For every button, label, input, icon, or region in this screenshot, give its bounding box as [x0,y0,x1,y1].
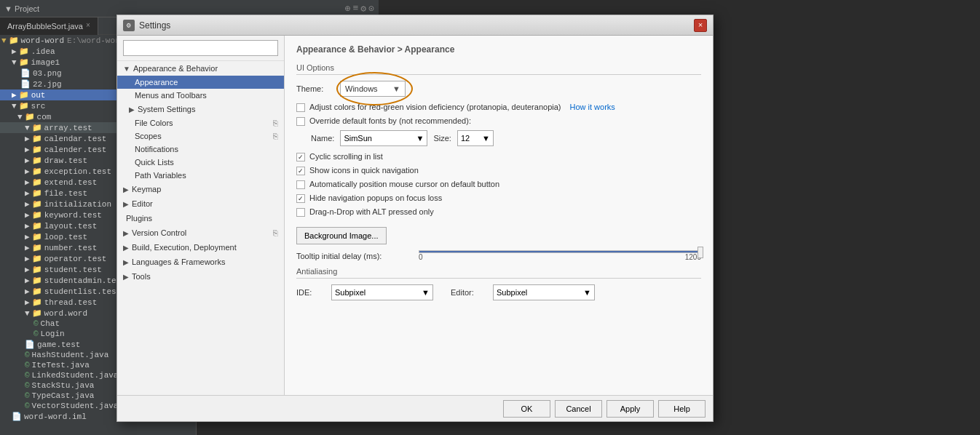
checkbox-dnd[interactable] [296,208,305,217]
editor-label: Editor [132,199,153,208]
sys-arrow: ▶ [129,105,135,113]
font-name-value: SimSun [344,134,372,143]
checkbox-cyclic[interactable] [296,153,305,161]
idea-arrow: ▶ [12,47,17,56]
calder-folder: 📁 [32,145,42,154]
group-build[interactable]: ▶ Build, Execution, Deployment [117,240,284,255]
apply-button[interactable]: Apply [606,400,654,418]
checkbox-row-color-deficiency: Adjust colors for red-green vision defic… [296,103,701,112]
toolbar-icon-add[interactable]: ⊕ [345,3,351,15]
settings-item-file-colors[interactable]: File Colors ⎘ [117,116,284,129]
cancel-button[interactable]: Cancel [555,400,602,418]
settings-item-notifications[interactable]: Notifications [117,143,284,156]
settings-item-appearance[interactable]: Appearance [117,76,284,89]
tab-array-bubblesort[interactable]: ArrayBubbleSort.java × [0,17,98,35]
sl-folder: 📁 [32,287,42,296]
theme-dropdown-arrow: ▼ [392,84,400,93]
font-name-label: Name: [311,134,334,143]
sa-folder: 📁 [32,276,42,285]
draw-label: draw.test [44,156,87,165]
group-plugins[interactable]: Plugins [117,211,284,226]
src-label: src [31,102,46,111]
editor-aa-select[interactable]: Subpixel ▼ [493,284,595,300]
slider-track [419,250,701,253]
toolbar-icon-menu[interactable]: ≡ [353,3,359,15]
ext-arrow: ▶ [25,177,30,187]
settings-search-input[interactable] [123,40,278,56]
slider-thumb[interactable] [698,247,703,258]
antialiasing-row: IDE: Subpixel ▼ Editor: Subpixel ▼ [296,284,701,300]
checkbox-row-cyclic: Cyclic scrolling in list [296,152,701,161]
ok-button[interactable]: OK [503,400,550,418]
file-colors-copy-icon: ⎘ [273,119,278,127]
tab-close-icon[interactable]: × [86,22,90,30]
group-version-control[interactable]: ▶ Version Control ⎘ [117,226,284,240]
loop-label: loop.test [44,233,87,242]
background-image-button[interactable]: Background Image... [296,227,387,244]
settings-item-path-variables[interactable]: Path Variables [117,169,284,182]
dialog-title: Settings [139,20,694,31]
checkbox-mouse-cursor[interactable] [296,180,305,189]
help-button[interactable]: Help [658,400,706,418]
arr-arrow: ▼ [25,124,30,132]
ss-icon: © [25,381,30,390]
cal-arrow: ▶ [25,134,30,143]
group-tools[interactable]: ▶ Tools [117,269,284,284]
editor-arrow: ▶ [123,200,129,208]
settings-item-quick-lists[interactable]: Quick Lists [117,156,284,169]
exc-arrow: ▶ [25,167,30,176]
dialog-close-button[interactable]: × [694,19,707,32]
out-arrow: ▶ [12,90,17,100]
dialog-titlebar: ⚙ Settings × [117,15,713,36]
settings-item-scopes[interactable]: Scopes ⎘ [117,129,284,143]
com-folder: 📁 [25,112,35,121]
exc-label: exception.test [44,167,111,176]
font-name-select[interactable]: SimSun ▼ [340,130,427,146]
group-appearance-behavior[interactable]: ▼ Appearance & Behavior [117,61,284,76]
checkbox-override-fonts[interactable] [296,117,305,126]
group-languages[interactable]: ▶ Languages & Frameworks [117,255,284,269]
item-label: Appearance [135,78,178,87]
antialiasing-section: Antialiasing IDE: Subpixel ▼ Editor: Sub… [296,267,701,300]
how-it-works-link[interactable]: How it works [569,103,615,111]
editor-aa-value: Subpixel [497,288,527,297]
checkbox-color-deficiency[interactable] [296,103,305,112]
antialiasing-label: Antialiasing [296,267,701,279]
item-label: Quick Lists [135,158,174,167]
font-name-arrow: ▼ [416,134,424,143]
tc-label: TypeCast.java [32,391,95,400]
font-size-value: 12 [461,134,470,143]
group-editor[interactable]: ▶ Editor [117,196,284,211]
jpg-icon: 📄 [20,79,31,89]
iml-label: word-word.iml [24,412,87,421]
ite-icon: © [25,361,30,370]
sys-label: System Settings [138,105,195,113]
game-icon: 📄 [25,340,35,349]
settings-content: Appearance & Behavior > Appearance UI Op… [285,36,713,395]
toolbar-icon-expand[interactable]: ⊙ [368,3,374,15]
checkbox-icons[interactable] [296,167,305,175]
ww-label: word.word [44,309,87,318]
group-keymap[interactable]: ▶ Keymap [117,182,284,196]
chat-label: Chat [41,319,60,328]
theme-select-wrapper: Windows ▼ [340,81,406,97]
theme-select[interactable]: Windows ▼ [340,81,406,97]
toolbar-icon-settings[interactable]: ⚙ [360,3,366,15]
th-label: thread.test [44,298,98,307]
checkbox-hide-popups[interactable] [296,194,305,203]
sl-arrow: ▶ [25,287,30,296]
theme-label: Theme: [296,84,340,93]
font-size-select[interactable]: 12 ▼ [457,130,494,146]
checkbox-row-fonts: Override default fonts by (not recommend… [296,116,701,126]
ide-aa-value: Subpixel [335,288,365,297]
vc-arrow: ▶ [123,229,129,237]
ide-aa-select[interactable]: Subpixel ▼ [331,284,433,300]
dialog-body: ▼ Appearance & Behavior Appearance Menus… [117,36,713,395]
cal-folder: 📁 [32,134,42,143]
lang-label: Languages & Frameworks [132,258,225,266]
stu-label: student.test [44,266,102,274]
ext-folder: 📁 [32,177,42,187]
settings-item-menus-toolbars[interactable]: Menus and Toolbars [117,89,284,102]
slider-fill [419,251,700,252]
group-system-settings[interactable]: ▶ System Settings [117,102,284,116]
